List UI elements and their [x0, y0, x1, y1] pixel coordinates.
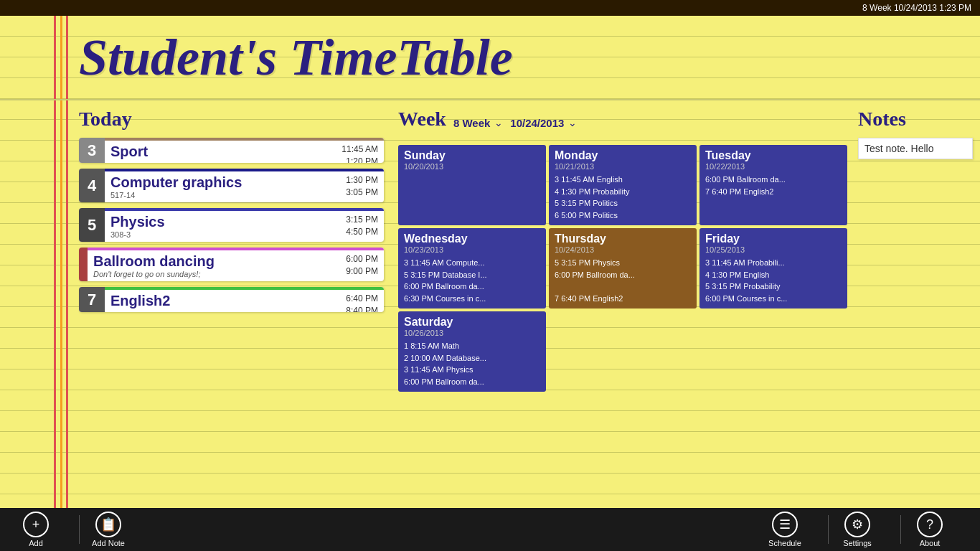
- about-icon: ?: [917, 512, 943, 537]
- day-name: Tuesday: [705, 149, 842, 162]
- today-list-item[interactable]: 4Computer graphics1:30 PM3:05 PM517-14: [79, 169, 384, 202]
- item-times: 6:00 PM9:00 PM: [346, 253, 378, 278]
- add-note-icon: 📋: [95, 512, 121, 537]
- day-cell-sunday[interactable]: Sunday10/20/2013: [398, 145, 546, 225]
- main-content: Student's TimeTable Today 3Sport11:45 AM…: [0, 16, 980, 508]
- day-cell-friday[interactable]: Friday10/25/20133 11:45 AM Probabili...4…: [699, 228, 847, 309]
- day-cell-monday[interactable]: Monday10/21/20133 11:45 AM English4 1:30…: [549, 145, 697, 225]
- title-area: Student's TimeTable: [0, 16, 980, 100]
- week-section-title: Week: [398, 108, 446, 131]
- day-date: 10/21/2013: [555, 162, 691, 171]
- taskbar-divider-2: [828, 515, 829, 544]
- item-times: 1:30 PM3:05 PM: [346, 174, 378, 199]
- day-name: Thursday: [555, 232, 691, 245]
- week-dropdown-arrow[interactable]: ⌄: [494, 117, 503, 128]
- day-date: 10/25/2013: [705, 245, 842, 254]
- item-room: 308-3: [110, 230, 378, 239]
- day-events: 6:00 PM Ballroom da...7 6:40 PM English2: [705, 174, 842, 197]
- taskbar-divider-1: [79, 515, 80, 544]
- item-name: Computer graphics: [110, 174, 378, 191]
- item-number: 3: [79, 138, 105, 163]
- settings-button[interactable]: ⚙ Settings: [836, 512, 879, 547]
- week-grid: Sunday10/20/2013Monday10/21/20133 11:45 …: [398, 145, 847, 392]
- day-events: 3 11:45 AM Probabili...4 1:30 PM English…: [705, 257, 842, 304]
- taskbar: + Add 📋 Add Note ☰ Schedule ⚙ Settings ?…: [0, 508, 980, 551]
- today-list-item[interactable]: 5Physics3:15 PM4:50 PM308-3: [79, 208, 384, 242]
- day-name: Friday: [705, 232, 842, 245]
- today-column: Today 3Sport11:45 AM1:20 PM4Computer gra…: [0, 100, 391, 508]
- day-date: 10/22/2013: [705, 162, 842, 171]
- notes-section-title: Notes: [858, 108, 973, 131]
- today-list-item[interactable]: Ballroom dancing6:00 PM9:00 PMDon't forg…: [79, 248, 384, 281]
- add-button[interactable]: + Add: [14, 512, 57, 547]
- today-list-item[interactable]: 3Sport11:45 AM1:20 PM: [79, 138, 384, 163]
- about-button[interactable]: ? About: [908, 512, 951, 547]
- day-cell-tuesday[interactable]: Tuesday10/22/20136:00 PM Ballroom da...7…: [699, 145, 847, 225]
- item-name: Ballroom dancing: [93, 253, 378, 270]
- item-name: English2: [110, 293, 378, 309]
- add-note-button[interactable]: 📋 Add Note: [87, 512, 130, 547]
- day-name: Saturday: [404, 316, 540, 329]
- settings-icon: ⚙: [844, 512, 870, 537]
- schedule-label: Schedule: [768, 539, 801, 547]
- day-date: 10/24/2013: [555, 245, 691, 254]
- day-date: 10/20/2013: [404, 162, 540, 171]
- item-times: 6:40 PM8:40 PM: [346, 293, 378, 312]
- item-name: Sport: [110, 143, 378, 160]
- add-label: Add: [29, 539, 43, 547]
- item-number: 7: [79, 287, 105, 312]
- day-cell-thursday[interactable]: Thursday10/24/20135 3:15 PM Physics6:00 …: [549, 228, 697, 309]
- week-nav: 8 Week ⌄: [453, 117, 503, 129]
- item-body: Computer graphics1:30 PM3:05 PM517-14: [105, 169, 384, 202]
- item-note: Don't forget to go on sundays!;: [93, 270, 378, 278]
- item-name: Physics: [110, 214, 378, 230]
- day-date: 10/23/2013: [404, 245, 540, 254]
- date-selector-label[interactable]: 10/24/2013: [510, 117, 564, 129]
- add-note-label: Add Note: [92, 539, 125, 547]
- schedule-icon: ☰: [772, 512, 798, 537]
- week-selector-label[interactable]: 8 Week: [453, 117, 490, 129]
- notes-items: Test note. Hello: [858, 138, 973, 159]
- day-name: Wednesday: [404, 232, 540, 245]
- content-row: Today 3Sport11:45 AM1:20 PM4Computer gra…: [0, 100, 980, 508]
- today-list-item[interactable]: 7English26:40 PM8:40 PM: [79, 287, 384, 312]
- item-body: English26:40 PM8:40 PM: [105, 287, 384, 312]
- day-cell-saturday[interactable]: Saturday10/26/20131 8:15 AM Math2 10:00 …: [398, 311, 546, 392]
- day-name: Monday: [555, 149, 691, 162]
- day-name: Sunday: [404, 149, 540, 162]
- app-title: Student's TimeTable: [79, 28, 513, 88]
- date-dropdown-arrow[interactable]: ⌄: [568, 117, 577, 128]
- note-card[interactable]: Test note. Hello: [858, 138, 973, 159]
- item-number: 4: [79, 169, 105, 202]
- add-icon: +: [23, 512, 49, 537]
- notes-column: Notes Test note. Hello: [854, 100, 980, 508]
- top-bar: 8 Week 10/24/2013 1:23 PM: [0, 0, 980, 16]
- item-body: Physics3:15 PM4:50 PM308-3: [105, 208, 384, 242]
- item-number: [79, 248, 88, 281]
- day-events: 5 3:15 PM Physics6:00 PM Ballroom da... …: [555, 257, 691, 304]
- item-room: 517-14: [110, 191, 378, 199]
- item-body: Ballroom dancing6:00 PM9:00 PMDon't forg…: [88, 248, 384, 281]
- item-times: 3:15 PM4:50 PM: [346, 214, 378, 238]
- day-events: 3 11:45 AM Compute...5 3:15 PM Database …: [404, 257, 540, 304]
- day-date: 10/26/2013: [404, 329, 540, 337]
- item-times: 11:45 AM1:20 PM: [341, 143, 378, 163]
- day-events: 1 8:15 AM Math2 10:00 AM Database...3 11…: [404, 340, 540, 387]
- item-number: 5: [79, 208, 105, 242]
- today-section-title: Today: [79, 108, 384, 131]
- date-nav: 10/24/2013 ⌄: [510, 117, 577, 129]
- taskbar-divider-3: [900, 515, 901, 544]
- schedule-button[interactable]: ☰ Schedule: [763, 512, 806, 547]
- day-cell-wednesday[interactable]: Wednesday10/23/20133 11:45 AM Compute...…: [398, 228, 546, 309]
- settings-label: Settings: [843, 539, 872, 547]
- week-header: Week 8 Week ⌄ 10/24/2013 ⌄: [398, 108, 847, 138]
- item-body: Sport11:45 AM1:20 PM: [105, 138, 384, 163]
- about-label: About: [920, 539, 941, 547]
- taskbar-right-group: ☰ Schedule ⚙ Settings ? About: [763, 512, 966, 547]
- day-events: 3 11:45 AM English4 1:30 PM Probability5…: [555, 174, 691, 221]
- datetime-display: 8 Week 10/24/2013 1:23 PM: [862, 3, 971, 13]
- week-column: Week 8 Week ⌄ 10/24/2013 ⌄ Sunday10/20/2…: [391, 100, 854, 508]
- today-items-list: 3Sport11:45 AM1:20 PM4Computer graphics1…: [79, 138, 384, 312]
